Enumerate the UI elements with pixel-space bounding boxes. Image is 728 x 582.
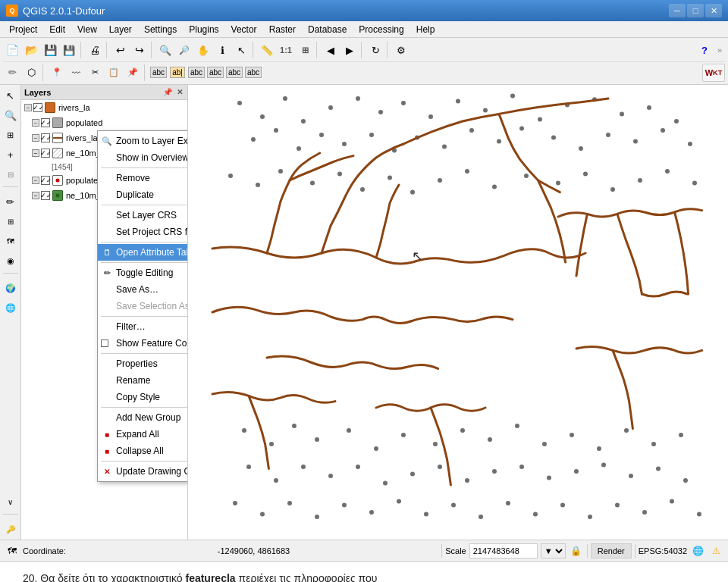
left-tool-9[interactable]: ◉ bbox=[2, 252, 20, 270]
ctx-collapse-all[interactable]: ■ Collapse All bbox=[98, 443, 188, 459]
layers-header-icons[interactable]: 📌 ✕ bbox=[162, 88, 184, 96]
left-tool-8[interactable]: 🗺 bbox=[2, 232, 20, 250]
ctx-expand-all[interactable]: ■ Expand All bbox=[98, 426, 188, 443]
tb-save[interactable]: 💾 bbox=[41, 41, 59, 59]
layers-pin-icon[interactable]: 📌 bbox=[162, 88, 174, 96]
tb-paste-feat[interactable]: 📌 bbox=[124, 64, 142, 82]
layer-checkbox-rivers1[interactable]: ✓ bbox=[33, 103, 42, 112]
status-map-icon[interactable]: 🗺 bbox=[5, 543, 20, 559]
menu-help[interactable]: Help bbox=[410, 21, 441, 37]
ctx-set-project-crs[interactable]: Set Project CRS from Layer bbox=[98, 224, 188, 240]
tb-zoom-native[interactable]: ⊞ bbox=[296, 41, 314, 59]
tb-abc3[interactable]: abc bbox=[187, 64, 206, 82]
layer-row-rivers1[interactable]: − ✓ rivers_la bbox=[21, 100, 187, 115]
left-tool-bottom-1[interactable]: ∨ bbox=[2, 493, 20, 511]
tb-wkt[interactable]: WKT bbox=[702, 64, 725, 82]
left-tool-5[interactable]: ⊟ bbox=[2, 165, 20, 183]
left-tool-1[interactable]: ↖ bbox=[2, 86, 20, 105]
tb-select[interactable]: ↖ bbox=[232, 41, 250, 59]
tb-cut[interactable]: ✂ bbox=[86, 64, 104, 82]
layer-checkbox-rivers2[interactable]: ✓ bbox=[41, 133, 50, 142]
tb-abc6[interactable]: abc bbox=[244, 64, 262, 82]
tb-zoom-in[interactable]: 🔍 bbox=[156, 41, 174, 59]
menu-project[interactable]: Project bbox=[3, 21, 43, 37]
layer-collapse-btn-4[interactable]: − bbox=[32, 177, 39, 184]
ctx-zoom-layer-extent[interactable]: 🔍 Zoom to Layer Extent bbox=[98, 133, 188, 149]
tb-node[interactable]: ⬡ bbox=[22, 64, 40, 82]
menu-raster[interactable]: Raster bbox=[263, 21, 302, 37]
tb-identify[interactable]: ℹ bbox=[213, 41, 231, 59]
left-tool-10[interactable]: 🌍 bbox=[2, 279, 20, 297]
tb-undo[interactable]: ↩ bbox=[111, 41, 130, 59]
ctx-filter[interactable]: Filter… bbox=[98, 318, 188, 335]
tb-pan[interactable]: ✋ bbox=[194, 41, 212, 59]
left-tool-3[interactable]: ⊞ bbox=[2, 126, 20, 144]
minimize-button[interactable]: ─ bbox=[669, 4, 686, 17]
map-area[interactable]: ↖ bbox=[188, 85, 728, 540]
ctx-toggle-editing[interactable]: ✏ Toggle Editing bbox=[98, 264, 188, 281]
layer-collapse-btn-2[interactable]: − bbox=[32, 119, 39, 127]
tb-capture-line[interactable]: 〰 bbox=[67, 64, 85, 82]
ctx-rename[interactable]: Rename bbox=[98, 372, 188, 389]
menu-edit[interactable]: Edit bbox=[43, 21, 71, 37]
layers-close-icon[interactable]: ✕ bbox=[175, 88, 184, 96]
left-tool-6[interactable]: ✏ bbox=[2, 192, 20, 211]
tb-zoom-last[interactable]: ◀ bbox=[322, 41, 340, 59]
tb-settings[interactable]: ⚙ bbox=[392, 41, 410, 59]
ctx-duplicate[interactable]: Duplicate bbox=[98, 186, 188, 203]
status-lock-icon[interactable]: 🔒 bbox=[569, 543, 584, 559]
status-scale-input[interactable] bbox=[469, 543, 538, 559]
status-render-button[interactable]: Render bbox=[591, 543, 632, 559]
ctx-remove[interactable]: Remove bbox=[98, 170, 188, 186]
layer-checkbox-populated2[interactable]: ✓ bbox=[41, 176, 50, 185]
layer-expand-btn-1[interactable]: − bbox=[32, 149, 39, 157]
ctx-set-layer-crs[interactable]: Set Layer CRS bbox=[98, 207, 188, 224]
menu-database[interactable]: Database bbox=[302, 21, 353, 37]
tb-save-as[interactable]: 💾 bbox=[60, 41, 78, 59]
maximize-button[interactable]: □ bbox=[687, 4, 704, 17]
ctx-save-as[interactable]: Save As… bbox=[98, 281, 188, 298]
tb-abc1[interactable]: abc bbox=[149, 64, 168, 82]
tb-help[interactable]: ? bbox=[695, 41, 714, 59]
ctx-add-new-group[interactable]: Add New Group bbox=[98, 409, 188, 426]
tb-capture-point[interactable]: 📍 bbox=[48, 64, 66, 82]
ctx-properties[interactable]: Properties bbox=[98, 355, 188, 372]
menu-settings[interactable]: Settings bbox=[138, 21, 183, 37]
menu-plugins[interactable]: Plugins bbox=[183, 21, 224, 37]
ctx-copy-style[interactable]: Copy Style bbox=[98, 389, 188, 405]
left-tool-4[interactable]: + bbox=[2, 146, 20, 164]
tb-new[interactable]: 📄 bbox=[3, 41, 21, 59]
tb-refresh[interactable]: ↻ bbox=[366, 41, 384, 59]
status-warn-icon[interactable]: ⚠ bbox=[708, 543, 723, 559]
left-tool-bottom-2[interactable]: 🔑 bbox=[2, 520, 20, 538]
menu-layer[interactable]: Layer bbox=[103, 21, 138, 37]
layer-row-populated1[interactable]: − ✓ populated bbox=[21, 115, 187, 130]
close-button[interactable]: ✕ bbox=[705, 4, 722, 17]
menu-view[interactable]: View bbox=[71, 21, 103, 37]
tb-zoom-next[interactable]: ▶ bbox=[340, 41, 359, 59]
ctx-open-attribute-table[interactable]: 🗒 Open Attribute Table bbox=[98, 244, 188, 261]
ctx-show-feature-count[interactable]: Show Feature Count bbox=[98, 335, 188, 352]
ctx-update-drawing-order[interactable]: ✕ Update Drawing Order bbox=[98, 463, 188, 480]
layer-expand-btn-2[interactable]: − bbox=[32, 192, 39, 199]
tb-print[interactable]: 🖨 bbox=[86, 41, 104, 59]
tb-zoom-out[interactable]: 🔎 bbox=[175, 41, 193, 59]
left-tool-2[interactable]: 🔍 bbox=[2, 106, 20, 124]
layer-checkbox-ne10m2[interactable]: ✓ bbox=[41, 191, 50, 200]
tb-copy-feat[interactable]: 📋 bbox=[105, 64, 123, 82]
layer-checkbox-populated1[interactable]: ✓ bbox=[41, 118, 50, 127]
tb-abc4[interactable]: abc bbox=[206, 64, 224, 82]
tb-redo[interactable]: ↪ bbox=[130, 41, 149, 59]
menu-processing[interactable]: Processing bbox=[353, 21, 410, 37]
tb-zoom-full[interactable]: 1:1 bbox=[277, 41, 295, 59]
tb-abc2[interactable]: ab| bbox=[168, 64, 187, 82]
layer-collapse-btn-3[interactable]: − bbox=[32, 134, 39, 142]
tb-measure[interactable]: 📏 bbox=[258, 41, 276, 59]
status-scale-dropdown[interactable]: ▼ bbox=[541, 543, 566, 559]
tb-digitize[interactable]: ✏ bbox=[3, 64, 21, 82]
left-tool-11[interactable]: 🌐 bbox=[2, 299, 20, 317]
layer-collapse-btn[interactable]: − bbox=[24, 104, 32, 111]
tb-abc5[interactable]: abc bbox=[225, 64, 243, 82]
left-tool-7[interactable]: ⊞ bbox=[2, 212, 20, 230]
layer-checkbox-ne10m1[interactable]: ✓ bbox=[41, 149, 50, 158]
